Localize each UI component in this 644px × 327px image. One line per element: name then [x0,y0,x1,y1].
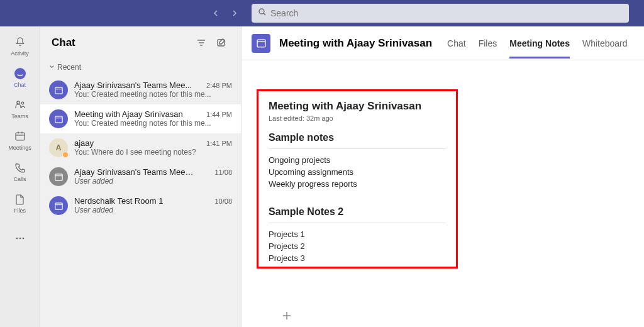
meeting-notes-card: Meeting with Ajaay Srinivasan Last edite… [257,89,458,269]
meeting-avatar-icon [49,196,68,215]
meeting-avatar-icon [49,109,68,128]
chat-item-time: 1:41 PM [206,140,232,147]
chat-panel-title: Chat [52,36,189,49]
notes-last-edited: Last edited: 32m ago [269,114,446,122]
search-icon [258,8,267,19]
svg-rect-24 [55,202,62,209]
svg-rect-18 [55,87,62,93]
filter-button[interactable] [193,35,209,51]
chat-item-info: ajaay 1:41 PM You: Where do I see meetin… [74,138,232,157]
file-icon [13,192,27,206]
chat-item-name: Ajaay Srinivasan's Teams Mee... [74,80,192,90]
recent-header[interactable]: Recent [40,59,241,75]
tab-files[interactable]: Files [479,28,497,58]
notes-section-body[interactable]: Projects 1 Projects 2 Projects 3 [269,230,446,263]
rail-more[interactable] [3,224,38,253]
chat-item-time: 1:44 PM [206,111,232,118]
rail-teams[interactable]: Teams [3,94,38,123]
chat-list-item[interactable]: Nerdschalk Test Room 1 10/08 User added [40,191,241,220]
chat-item-preview: You: Where do I see meeting notes? [74,148,231,157]
chat-item-info: Nerdschalk Test Room 1 10/08 User added [74,196,232,214]
tab-meeting-notes[interactable]: Meeting Notes [509,28,570,58]
chat-panel: Chat Recent Ajaay Srinivasan's Teams Mee… [40,26,242,327]
nav-arrows [209,6,242,20]
section-divider [269,223,446,223]
rail-label: Meetings [8,145,31,151]
chat-list-item[interactable]: A ajaay 1:41 PM You: Where do I see meet… [40,133,241,162]
chat-item-name: Ajaay Srinivasan's Teams Meeting [74,167,194,177]
chat-panel-header: Chat [40,26,241,59]
main-tabs: Chat Files Meeting Notes Whiteboard [447,28,627,58]
main-header: Meeting with Ajaay Srinivasan Chat Files… [242,26,644,60]
chat-item-time: 2:48 PM [206,82,232,89]
nav-back-button[interactable] [209,6,223,20]
svg-rect-22 [55,174,62,180]
chat-item-preview: User added [74,177,231,186]
meeting-avatar-icon [49,80,68,99]
chat-item-info: Ajaay Srinivasan's Teams Mee... 2:48 PM … [74,80,232,99]
chat-icon [13,67,27,80]
bell-icon [13,35,27,49]
chat-item-name: Nerdschalk Test Room 1 [74,196,163,206]
chat-item-time: 10/08 [214,197,232,205]
svg-point-2 [14,68,26,79]
svg-rect-7 [16,133,25,140]
top-bar [0,0,644,26]
add-section-button[interactable] [279,307,294,326]
svg-point-3 [18,72,19,73]
section-divider [269,148,446,149]
chat-list-item[interactable]: Meeting with Ajaay Srinivasan 1:44 PM Yo… [40,104,241,133]
chat-list-item[interactable]: Ajaay Srinivasan's Teams Meeting 11/08 U… [40,162,241,191]
meeting-header-icon [252,34,270,53]
notes-title: Meeting with Ajaay Srinivasan [269,100,446,113]
notes-section-heading[interactable]: Sample notes [269,132,446,143]
notes-section-heading[interactable]: Sample Notes 2 [269,206,446,218]
svg-point-6 [21,102,24,104]
tab-chat[interactable]: Chat [447,28,466,58]
notes-line: Weekly progress reports [269,179,446,189]
chat-item-info: Ajaay Srinivasan's Teams Meeting 11/08 U… [74,167,232,186]
phone-icon [13,161,27,175]
svg-rect-26 [257,40,265,47]
rail-label: Chat [14,82,26,88]
chevron-down-icon [49,63,55,72]
chat-item-name: ajaay [74,138,94,148]
rail-chat[interactable]: Chat [3,63,38,92]
rail-label: Teams [11,113,28,119]
chat-item-preview: You: Created meeting notes for this me..… [74,119,231,128]
rail-activity[interactable]: Activity [3,31,38,60]
teams-icon [13,98,27,112]
chat-item-time: 11/08 [214,169,232,176]
chat-list-item[interactable]: Ajaay Srinivasan's Teams Mee... 2:48 PM … [40,75,241,104]
svg-line-1 [264,13,265,15]
presence-away-icon [62,152,69,158]
tab-whiteboard[interactable]: Whiteboard [582,28,628,58]
rail-meetings[interactable]: Meetings [3,126,38,155]
page-title: Meeting with Ajaay Srinivasan [279,37,432,50]
chat-item-info: Meeting with Ajaay Srinivasan 1:44 PM Yo… [74,109,232,128]
rail-label: Activity [11,50,29,57]
new-chat-button[interactable] [213,35,230,51]
search-input[interactable] [270,8,623,18]
chat-item-preview: User added [74,206,231,214]
nav-forward-button[interactable] [228,6,242,20]
search-box[interactable] [252,4,629,23]
recent-label: Recent [57,63,81,72]
chat-item-preview: You: Created meeting notes for this me..… [74,90,231,99]
main-content: Meeting with Ajaay Srinivasan Chat Files… [242,26,644,327]
chat-item-name: Meeting with Ajaay Srinivasan [74,109,183,119]
notes-line: Projects 3 [269,253,446,263]
meeting-avatar-icon [49,167,68,186]
rail-label: Calls [13,176,26,182]
svg-rect-20 [55,116,62,122]
svg-point-4 [21,72,23,73]
notes-line: Projects 2 [269,241,446,251]
rail-label: Files [14,208,26,214]
notes-section-body[interactable]: Ongoing projects Upcoming assignments We… [269,155,446,189]
calendar-icon [13,130,27,143]
svg-point-5 [16,101,19,104]
rail-calls[interactable]: Calls [3,157,38,186]
rail-files[interactable]: Files [3,189,38,218]
user-avatar: A [49,138,68,157]
notes-line: Ongoing projects [269,155,446,165]
